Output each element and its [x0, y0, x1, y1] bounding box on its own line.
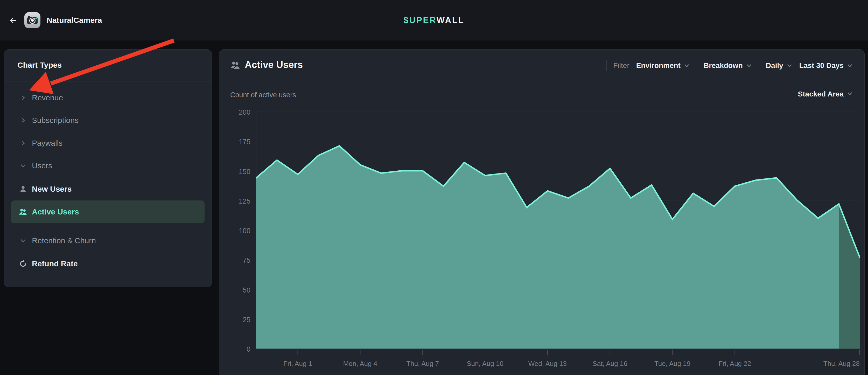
app-root: { "topbar": { "app_name": "NaturalCamera… [0, 0, 868, 375]
x-axis-label: Thu, Aug 7 [406, 360, 439, 368]
x-axis-label: Sun, Aug 10 [467, 360, 503, 368]
logo-prefix: $UPER [404, 15, 437, 25]
area-fill-partial [839, 204, 860, 348]
user-icon [19, 185, 27, 193]
sidebar-item-revenue[interactable]: Revenue [11, 86, 205, 109]
filter-value: Breakdown [704, 61, 743, 70]
sidebar-divider [4, 81, 212, 82]
sidebar-item-users[interactable]: Users [11, 154, 205, 177]
sidebar-title: Chart Types [18, 61, 62, 69]
users-header-icon [230, 61, 241, 69]
chart-subtitle: Count of active users [230, 91, 296, 99]
chevron-right-icon [20, 140, 26, 147]
logo-suffix: WALL [437, 15, 464, 25]
chevron-down-icon [847, 91, 853, 97]
sidebar-item-retention-churn[interactable]: Retention & Churn [11, 229, 205, 252]
x-axis-label: Thu, Aug 28 [824, 360, 860, 368]
sidebar-item-label: Revenue [32, 93, 63, 102]
superwall-logo: $UPERWALL [404, 0, 464, 40]
y-axis-label: 100 [222, 227, 250, 235]
sidebar-item-label: Retention & Churn [32, 236, 96, 245]
controls-divider [759, 60, 759, 71]
sidebar-item-label: Refund Rate [32, 259, 78, 268]
y-axis-label: 0 [222, 345, 250, 353]
sidebar-item-paywalls[interactable]: Paywalls [11, 132, 205, 155]
filter-value: Environment [636, 61, 681, 70]
y-axis-label: 75 [222, 256, 250, 264]
filter-daily-dropdown[interactable]: Daily [766, 61, 793, 70]
chevron-down-icon [847, 63, 853, 69]
x-axis-label: Tue, Aug 19 [654, 360, 690, 368]
panel-title: Active Users [245, 59, 303, 70]
y-axis-label: 50 [222, 286, 250, 294]
chart-style-dropdown[interactable]: Stacked Area [798, 90, 853, 98]
chart-types-sidebar: Chart Types RevenueSubscriptionsPaywalls… [4, 49, 212, 287]
chart-style-value: Stacked Area [798, 90, 844, 98]
y-axis-label: 175 [222, 138, 250, 146]
filter-controls: FilterEnvironmentBreakdownDailyLast 30 D… [607, 50, 853, 82]
users-icon [19, 208, 28, 216]
filter-label: Filter [613, 61, 629, 70]
panel-header-divider [219, 82, 864, 82]
filter-value: Last 30 Days [799, 61, 844, 70]
sidebar-item-label: Active Users [32, 208, 79, 216]
app-name: NaturalCamera [46, 0, 102, 40]
sidebar-item-active-users[interactable]: Active Users [11, 200, 205, 223]
top-bar: NaturalCamera $UPERWALL [0, 0, 868, 40]
chevron-down-icon [20, 237, 26, 244]
camera-icon [24, 12, 40, 28]
area-fill [256, 146, 839, 348]
back-arrow-icon [11, 18, 16, 23]
x-axis-label: Mon, Aug 4 [343, 360, 377, 368]
active-users-panel: Active Users FilterEnvironmentBreakdownD… [219, 49, 865, 375]
sidebar-item-new-users[interactable]: New Users [11, 178, 205, 200]
app-icon-tile [24, 12, 40, 28]
chevron-down-icon [746, 63, 752, 69]
filter-environment-dropdown[interactable]: Environment [636, 61, 690, 70]
sidebar-item-subscriptions[interactable]: Subscriptions [11, 109, 205, 132]
y-axis-label: 125 [222, 197, 250, 205]
y-axis-label: 200 [222, 108, 250, 116]
refresh-icon [19, 260, 27, 268]
filter-breakdown-dropdown[interactable]: Breakdown [704, 61, 752, 70]
y-axis-label: 150 [222, 168, 250, 176]
sidebar-item-label: New Users [32, 185, 71, 193]
chevron-down-icon [20, 162, 26, 169]
chevron-right-icon [20, 117, 26, 124]
sidebar-item-label: Subscriptions [32, 116, 79, 125]
x-axis-label: Sat, Aug 16 [592, 360, 627, 368]
area-chart-plot[interactable] [256, 112, 860, 355]
chevron-down-icon [684, 63, 690, 69]
filter-last-30-days-dropdown[interactable]: Last 30 Days [799, 61, 853, 70]
controls-divider [696, 60, 697, 71]
camera-led-dot [35, 18, 37, 19]
sidebar-item-label: Paywalls [32, 139, 62, 148]
x-axis-label: Fri, Aug 1 [283, 360, 312, 368]
chevron-right-icon [20, 94, 26, 101]
chevron-down-icon [786, 63, 793, 69]
sidebar-item-label: Users [32, 161, 52, 170]
x-axis-label: Fri, Aug 22 [718, 360, 751, 368]
filter-value: Daily [766, 61, 783, 70]
back-button[interactable] [8, 15, 18, 25]
y-axis-label: 25 [222, 316, 250, 324]
x-axis-label: Wed, Aug 13 [528, 360, 567, 368]
sidebar-item-refund-rate[interactable]: Refund Rate [11, 252, 205, 275]
